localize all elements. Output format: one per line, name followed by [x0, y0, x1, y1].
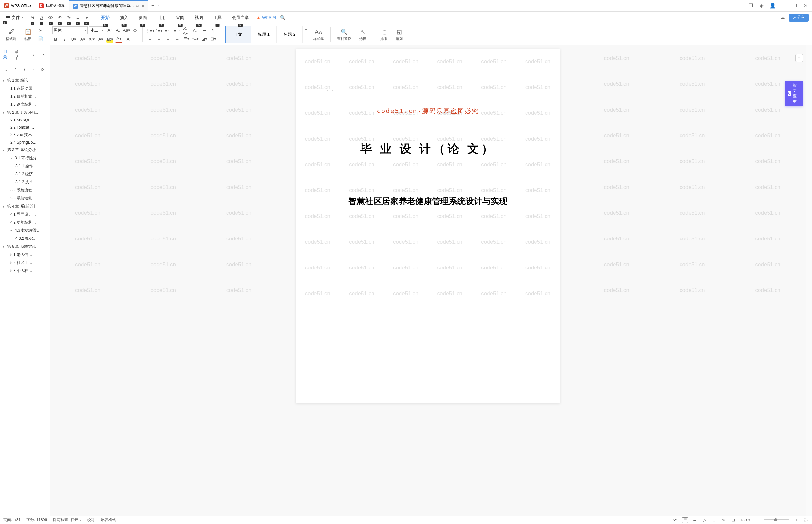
underline-button[interactable]: U▾	[70, 35, 77, 43]
tab-insert[interactable]: 插入N	[119, 13, 130, 22]
italic-button[interactable]: I	[61, 35, 68, 43]
read-view-icon[interactable]: ▷	[701, 517, 707, 523]
outline-view-icon[interactable]: ≣	[692, 517, 698, 523]
eye-icon[interactable]: 👁	[673, 517, 678, 523]
cube-icon[interactable]: ◈	[759, 3, 764, 9]
proofing-status[interactable]: 校对	[87, 517, 95, 523]
sidebar-tab-chapter[interactable]: 章节	[15, 48, 22, 62]
outline-item[interactable]: 3.1.1 操作 …	[0, 162, 50, 170]
outline-item[interactable]: ▾第 2 章 开发环境…	[0, 109, 50, 117]
plagiarism-check-button[interactable]: C 论文查重	[785, 81, 803, 107]
expand-icon[interactable]: ▾	[10, 229, 14, 232]
expand-icon[interactable]: ▾	[3, 111, 6, 114]
outline-item[interactable]: 2.1 MYSQL …	[0, 117, 50, 124]
line-spacing-icon[interactable]: ‡≡▾	[192, 35, 199, 42]
distribute-icon[interactable]: ☰▾	[183, 35, 190, 42]
bullets-icon[interactable]: ⋮≡▾	[147, 27, 154, 34]
strikethrough-button[interactable]: A▾	[79, 35, 86, 43]
tab-templates[interactable]: D 找稻壳模板	[35, 0, 69, 11]
typography-button[interactable]: ⬚ 排版	[377, 27, 390, 43]
shading-icon[interactable]: ◢▾	[201, 35, 208, 42]
tab-page[interactable]: 页面P	[137, 13, 148, 22]
tab-tools[interactable]: 工具L	[212, 13, 223, 22]
sidebar-close-icon[interactable]: ×	[41, 52, 46, 58]
find-replace-button[interactable]: 🔍 查找替换	[334, 27, 354, 43]
text-effects-icon[interactable]: A▾	[97, 35, 104, 43]
outline-item[interactable]: ▾第 3 章 系统分析	[0, 146, 50, 154]
styleset-button[interactable]: Aᴀ 样式集	[311, 27, 327, 43]
outline-item[interactable]: 1.3 论文结构…	[0, 100, 50, 109]
fullscreen-icon[interactable]: ⛶	[803, 517, 809, 523]
zoom-slider[interactable]	[764, 520, 790, 521]
search-icon[interactable]: 🔍	[279, 14, 286, 21]
wps-ai-button[interactable]: ▲ WPS AI	[256, 15, 277, 20]
outline-item[interactable]: 3.1.2 经济…	[0, 170, 50, 178]
outline-item[interactable]: ▾4.3 数据库设…	[0, 227, 50, 234]
outline-item[interactable]: 3.3 系统性能…	[0, 194, 50, 202]
zoom-in-icon[interactable]: +	[793, 517, 799, 523]
text-direction-icon[interactable]: 文A▾	[183, 27, 190, 34]
avatar-icon[interactable]: 👤	[770, 3, 775, 9]
outline-item[interactable]: 3.1.3 技术…	[0, 178, 50, 186]
outline-item[interactable]: 1.2 目的和意…	[0, 93, 50, 100]
outline-item[interactable]: 1.1 选题动因	[0, 84, 50, 93]
style-normal[interactable]: 正文	[225, 26, 251, 43]
add-item-icon[interactable]: +	[21, 66, 28, 73]
copy-icon[interactable]: 📄	[37, 35, 44, 42]
minimize-icon[interactable]: —	[781, 3, 786, 9]
collapse-up-icon[interactable]: ⌃	[12, 66, 19, 73]
tab-document[interactable]: W 智慧社区居家养老健康管理系… ⧉ ×	[69, 0, 148, 11]
outline-item[interactable]: ▾第 5 章 系统实现	[0, 243, 50, 251]
styles-scroll-up-icon[interactable]: ▴	[302, 26, 310, 32]
sidebar-next-icon[interactable]: ›	[31, 52, 36, 58]
document-area[interactable]: code51.cncode51.cncode51.cncode51.cncode…	[50, 46, 806, 515]
collapse-panel-icon[interactable]: ⌃	[795, 54, 803, 62]
align-right-icon[interactable]: ≡	[165, 35, 172, 42]
change-case-icon[interactable]: Aa▾	[123, 27, 130, 33]
increase-font-icon[interactable]: A↑	[106, 27, 113, 33]
new-tab-button[interactable]: +	[148, 3, 158, 9]
drag-handle-icon[interactable]: ⋮⋮	[325, 86, 335, 92]
page-view-icon[interactable]: ☰	[682, 517, 688, 523]
zoom-out-icon[interactable]: −	[754, 517, 760, 523]
outline-item[interactable]: ▾第 4 章 系统设计	[0, 202, 50, 210]
char-shading-icon[interactable]: A	[125, 35, 131, 43]
paste-button[interactable]: 📋 粘贴	[21, 27, 34, 43]
styles-expand-icon[interactable]: ≡	[302, 37, 310, 43]
multi-window-icon[interactable]: ❐	[748, 3, 753, 9]
qat-redo-icon[interactable]: ↷5	[66, 15, 71, 21]
decrease-font-icon[interactable]: A↓	[115, 27, 122, 33]
clear-format-icon[interactable]: ◇	[131, 27, 138, 33]
font-name-select[interactable]: 黑体▾	[52, 27, 88, 34]
sort-icon[interactable]: A↓	[192, 27, 199, 34]
font-color-icon[interactable]: A▾	[115, 35, 122, 43]
outline-item[interactable]: 4.1 界面设计…	[0, 210, 50, 218]
tab-stop-icon[interactable]: ⊢	[201, 27, 208, 34]
tab-references[interactable]: 引用S	[156, 13, 167, 22]
tab-home[interactable]: 开始H	[100, 13, 111, 22]
qat-more-icon[interactable]: ≡6	[75, 15, 81, 21]
maximize-icon[interactable]: ☐	[792, 3, 797, 9]
zoom-level[interactable]: 130%	[740, 518, 750, 522]
tab-popout-icon[interactable]: ⧉	[136, 4, 138, 8]
increase-indent-icon[interactable]: ≡→	[174, 27, 181, 34]
share-button[interactable]: ↗ 分享	[789, 14, 809, 21]
tab-member[interactable]: 会员专享K	[231, 13, 250, 22]
outline-item[interactable]: 5.2 社区工…	[0, 259, 50, 267]
outline-item[interactable]: ▾3.1 可行性分…	[0, 154, 50, 162]
show-marks-icon[interactable]: ¶	[210, 27, 217, 34]
arrange-button[interactable]: ◱ 排列	[393, 27, 406, 43]
tab-review[interactable]: 审阅R	[175, 13, 186, 22]
focus-icon[interactable]: ⊡	[730, 517, 736, 523]
expand-icon[interactable]: ▾	[3, 245, 6, 248]
collapse-down-icon[interactable]: ⌄	[3, 66, 10, 73]
cut-icon[interactable]: ✂	[37, 27, 44, 34]
outline-item[interactable]: 2.3 vue 技术	[0, 131, 50, 139]
borders-icon[interactable]: ⊞▾	[210, 35, 217, 42]
superscript-button[interactable]: X²▾	[88, 35, 95, 43]
font-size-select[interactable]: 小二▾	[89, 27, 105, 34]
outline-item[interactable]: 3.2 系统流程…	[0, 186, 50, 194]
file-menu[interactable]: 文件 ▾ F	[3, 15, 26, 21]
qat-preview-icon[interactable]: 👁3	[48, 15, 53, 21]
sidebar-tab-toc[interactable]: 目录	[3, 47, 10, 62]
